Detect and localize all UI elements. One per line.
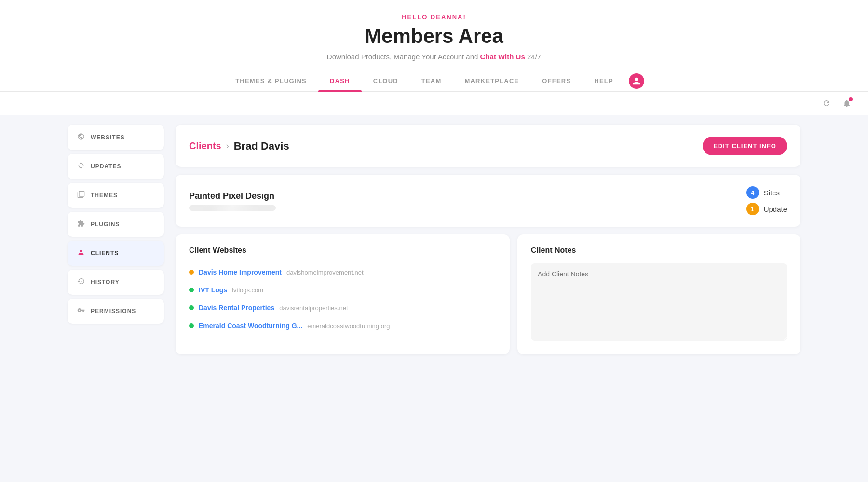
- sidebar-permissions-label: PERMISSIONS: [91, 308, 136, 315]
- main-layout: WEBSITES UPDATES THEMES PLUGINS CLIENTS: [0, 115, 868, 453]
- plugins-icon: [77, 220, 85, 229]
- notification-icon[interactable]: [840, 96, 854, 110]
- website-url-1: davishomeimprovement.net: [286, 269, 364, 276]
- title-card: Clients › Brad Davis EDIT CLIENT INFO: [176, 125, 800, 167]
- subtitle: Download Products, Manage Your Account a…: [10, 53, 858, 61]
- client-info-card: Painted Pixel Design 4 Sites 1 Update: [176, 175, 800, 227]
- updates-icon: [77, 162, 85, 171]
- sidebar-item-plugins[interactable]: PLUGINS: [68, 212, 164, 237]
- status-dot-green: [189, 323, 194, 328]
- nav-offers[interactable]: OFFERS: [530, 70, 583, 91]
- websites-card: Client Websites Davis Home Improvement d…: [176, 234, 510, 354]
- website-name-1[interactable]: Davis Home Improvement: [199, 268, 282, 276]
- main-content: Clients › Brad Davis EDIT CLIENT INFO Pa…: [176, 125, 800, 443]
- sidebar-plugins-label: PLUGINS: [91, 221, 120, 228]
- sidebar-item-websites[interactable]: WEBSITES: [68, 125, 164, 150]
- website-name-2[interactable]: IVT Logs: [199, 286, 227, 294]
- main-nav: THEMES & PLUGINS DASH CLOUD TEAM MARKETP…: [10, 70, 858, 91]
- updates-badge: 1: [746, 203, 759, 215]
- list-item: Davis Rental Properties davisrentalprope…: [189, 299, 496, 317]
- list-item: IVT Logs ivtlogs.com: [189, 281, 496, 299]
- nav-dash[interactable]: DASH: [318, 70, 362, 91]
- breadcrumb-arrow: ›: [226, 141, 229, 151]
- toolbar-strip: [0, 92, 868, 115]
- history-icon: [77, 277, 85, 287]
- refresh-icon[interactable]: [820, 96, 833, 110]
- status-dot-green: [189, 305, 194, 310]
- notification-badge: [849, 97, 853, 101]
- nav-marketplace[interactable]: MARKETPLACE: [453, 70, 530, 91]
- nav-themes-plugins[interactable]: THEMES & PLUGINS: [224, 70, 318, 91]
- sidebar-clients-label: CLIENTS: [91, 250, 119, 257]
- sites-badge: 4: [746, 186, 759, 199]
- nav-help[interactable]: HELP: [583, 70, 624, 91]
- notes-textarea[interactable]: [531, 263, 787, 341]
- sidebar-item-updates[interactable]: UPDATES: [68, 154, 164, 179]
- subtitle-post: 24/7: [527, 53, 541, 61]
- chat-link[interactable]: Chat With Us: [480, 53, 525, 61]
- sites-label: Sites: [764, 189, 780, 197]
- client-email-blurred: [189, 205, 276, 211]
- themes-icon: [77, 191, 85, 200]
- notes-card-title: Client Notes: [531, 246, 787, 255]
- website-url-2: ivtlogs.com: [232, 287, 263, 294]
- status-dot-orange: [189, 270, 194, 275]
- website-url-3: davisrentalproperties.net: [279, 304, 348, 312]
- nav-cloud[interactable]: CLOUD: [362, 70, 410, 91]
- client-company-name: Painted Pixel Design: [189, 191, 276, 201]
- sidebar-history-label: HISTORY: [91, 279, 120, 286]
- lower-row: Client Websites Davis Home Improvement d…: [176, 234, 800, 354]
- sidebar-updates-label: UPDATES: [91, 163, 121, 170]
- list-item: Emerald Coast Woodturning G... emeraldco…: [189, 317, 496, 334]
- page-header: HELLO DEANNA! Members Area Download Prod…: [0, 0, 868, 92]
- updates-stat: 1 Update: [746, 203, 787, 215]
- updates-label: Update: [764, 205, 787, 213]
- sites-stat: 4 Sites: [746, 186, 787, 199]
- globe-icon: [77, 133, 85, 142]
- permissions-icon: [77, 306, 85, 316]
- client-name-section: Painted Pixel Design: [189, 191, 276, 211]
- stats-section: 4 Sites 1 Update: [746, 186, 787, 215]
- sidebar: WEBSITES UPDATES THEMES PLUGINS CLIENTS: [68, 125, 164, 443]
- edit-client-info-button[interactable]: EDIT CLIENT INFO: [703, 137, 787, 155]
- sidebar-item-history[interactable]: HISTORY: [68, 270, 164, 295]
- page-title: Members Area: [10, 25, 858, 48]
- websites-card-title: Client Websites: [189, 246, 496, 255]
- sidebar-item-clients[interactable]: CLIENTS: [68, 241, 164, 266]
- status-dot-green: [189, 288, 194, 292]
- sidebar-item-permissions[interactable]: PERMISSIONS: [68, 299, 164, 324]
- website-url-4: emeraldcoastwoodturning.org: [307, 322, 390, 330]
- nav-team[interactable]: TEAM: [410, 70, 453, 91]
- breadcrumb-current: Brad Davis: [234, 140, 289, 152]
- website-name-4[interactable]: Emerald Coast Woodturning G...: [199, 322, 302, 330]
- sidebar-websites-label: WEBSITES: [91, 134, 125, 141]
- list-item: Davis Home Improvement davishomeimprovem…: [189, 263, 496, 281]
- sidebar-themes-label: THEMES: [91, 192, 118, 199]
- subtitle-pre: Download Products, Manage Your Account a…: [327, 53, 478, 61]
- user-avatar[interactable]: [629, 73, 644, 89]
- sidebar-item-themes[interactable]: THEMES: [68, 183, 164, 208]
- hello-greeting: HELLO DEANNA!: [10, 14, 858, 21]
- clients-icon: [77, 248, 85, 258]
- notes-card: Client Notes: [517, 234, 800, 354]
- breadcrumb: Clients › Brad Davis: [189, 140, 289, 152]
- breadcrumb-clients[interactable]: Clients: [189, 140, 221, 151]
- website-name-3[interactable]: Davis Rental Properties: [199, 304, 274, 312]
